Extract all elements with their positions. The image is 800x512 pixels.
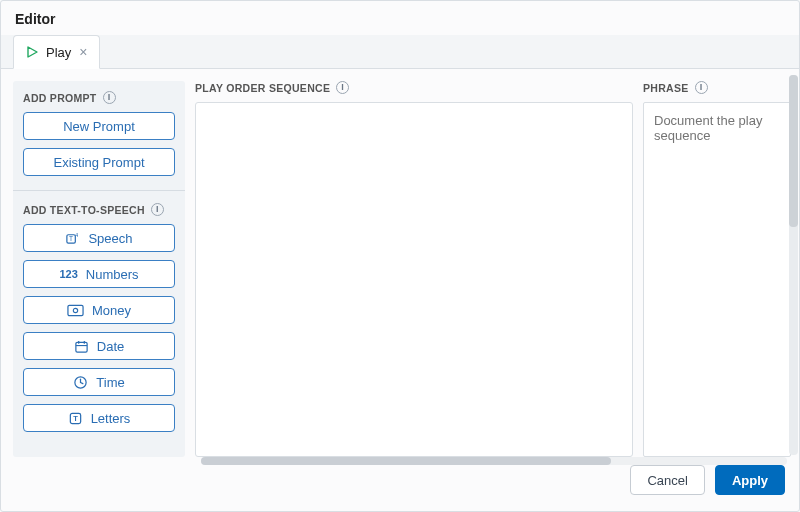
svg-text:4: 4: [76, 231, 79, 237]
divider: [13, 190, 185, 191]
sequence-column: PLAY ORDER SEQUENCE i: [195, 81, 633, 457]
info-icon[interactable]: i: [151, 203, 164, 216]
section-title-text: ADD PROMPT: [23, 92, 97, 104]
numbers-icon: 123: [59, 268, 77, 280]
button-label: Speech: [88, 231, 132, 246]
tts-money-button[interactable]: Money: [23, 296, 175, 324]
editor-body: ADD PROMPT i New Prompt Existing Prompt …: [1, 69, 799, 469]
letters-icon: T: [68, 411, 83, 426]
svg-rect-4: [68, 305, 83, 315]
tab-label: Play: [46, 45, 71, 60]
cancel-button[interactable]: Cancel: [630, 465, 704, 495]
svg-point-5: [73, 308, 77, 312]
svg-text:T: T: [70, 234, 74, 241]
section-add-prompt: ADD PROMPT i: [23, 91, 175, 104]
sequence-title: PLAY ORDER SEQUENCE i: [195, 81, 633, 94]
clock-icon: [73, 375, 88, 390]
svg-rect-6: [76, 342, 87, 352]
column-title-text: PLAY ORDER SEQUENCE: [195, 82, 330, 94]
svg-marker-0: [28, 47, 37, 57]
tab-strip: Play ×: [1, 35, 799, 69]
existing-prompt-button[interactable]: Existing Prompt: [23, 148, 175, 176]
column-title-text: PHRASE: [643, 82, 689, 94]
tts-time-button[interactable]: Time: [23, 368, 175, 396]
calendar-icon: [74, 339, 89, 354]
tts-numbers-button[interactable]: 123 Numbers: [23, 260, 175, 288]
speech-icon: T4: [65, 231, 80, 246]
close-icon[interactable]: ×: [79, 45, 87, 59]
button-label: Date: [97, 339, 124, 354]
tts-speech-button[interactable]: T4 Speech: [23, 224, 175, 252]
info-icon[interactable]: i: [336, 81, 349, 94]
play-order-drop-area[interactable]: [195, 102, 633, 457]
button-label: Existing Prompt: [53, 155, 144, 170]
section-title-text: ADD TEXT-TO-SPEECH: [23, 204, 145, 216]
panel-title: Editor: [1, 1, 799, 35]
info-icon[interactable]: i: [695, 81, 708, 94]
scrollbar-thumb[interactable]: [789, 75, 798, 227]
info-icon[interactable]: i: [103, 91, 116, 104]
phrase-column: PHRASE i: [643, 81, 791, 457]
phrase-textarea[interactable]: [643, 102, 791, 457]
vertical-scrollbar[interactable]: [789, 75, 798, 455]
tab-play[interactable]: Play ×: [13, 35, 100, 69]
section-add-tts: ADD TEXT-TO-SPEECH i: [23, 203, 175, 216]
button-label: Letters: [91, 411, 131, 426]
svg-line-12: [81, 382, 83, 383]
apply-button[interactable]: Apply: [715, 465, 785, 495]
editor-panel: Editor Play × ADD PROMPT i New Prompt Ex…: [0, 0, 800, 512]
tts-letters-button[interactable]: T Letters: [23, 404, 175, 432]
button-label: New Prompt: [63, 119, 135, 134]
button-label: Money: [92, 303, 131, 318]
footer: Cancel Apply: [1, 457, 799, 503]
play-icon: [26, 46, 38, 58]
sidebar: ADD PROMPT i New Prompt Existing Prompt …: [13, 81, 185, 457]
svg-text:T: T: [73, 414, 78, 423]
tts-date-button[interactable]: Date: [23, 332, 175, 360]
button-label: Numbers: [86, 267, 139, 282]
button-label: Time: [96, 375, 124, 390]
phrase-title: PHRASE i: [643, 81, 791, 94]
new-prompt-button[interactable]: New Prompt: [23, 112, 175, 140]
money-icon: [67, 304, 84, 317]
